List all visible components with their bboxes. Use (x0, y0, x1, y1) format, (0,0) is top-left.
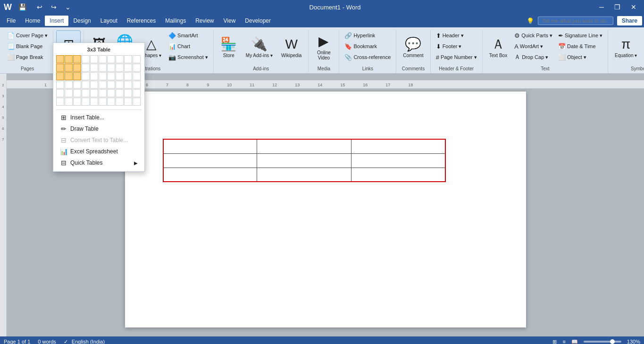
grid-cell[interactable] (65, 72, 73, 80)
grid-cell[interactable] (124, 64, 132, 72)
grid-cell[interactable] (133, 55, 141, 63)
grid-cell[interactable] (116, 55, 124, 63)
grid-cell[interactable] (73, 81, 81, 89)
menu-layout[interactable]: Layout (96, 16, 122, 26)
grid-cell[interactable] (99, 98, 107, 106)
comment-button[interactable]: 💬 Comment (399, 30, 427, 65)
grid-cell[interactable] (73, 55, 81, 63)
grid-cell[interactable] (107, 55, 115, 63)
grid-cell[interactable] (82, 64, 90, 72)
store-button[interactable]: 🏪 Store (217, 30, 241, 65)
table-cell[interactable] (351, 139, 445, 153)
proofing-icon[interactable]: ✓ (64, 339, 68, 344)
menu-insert[interactable]: Insert (45, 16, 68, 26)
menu-review[interactable]: Review (191, 16, 218, 26)
equation-button[interactable]: π Equation ▾ (611, 30, 641, 65)
cross-reference-button[interactable]: 📎 Cross-reference (342, 52, 393, 62)
bookmark-button[interactable]: 🔖 Bookmark (342, 41, 393, 51)
grid-cell[interactable] (65, 98, 73, 106)
grid-cell[interactable] (116, 81, 124, 89)
grid-cell[interactable] (116, 98, 124, 106)
grid-cell[interactable] (73, 64, 81, 72)
grid-cell[interactable] (133, 72, 141, 80)
table-cell[interactable] (351, 153, 445, 168)
blank-page-button[interactable]: 📃 Blank Page (5, 41, 50, 51)
menu-design[interactable]: Design (68, 16, 95, 26)
grid-cell[interactable] (90, 89, 98, 97)
insert-table-item[interactable]: ⊞ Insert Table... (56, 112, 142, 123)
quick-parts-button[interactable]: ⚙ Quick Parts ▾ (512, 30, 555, 41)
close-button[interactable]: ✕ (627, 2, 640, 12)
grid-cell[interactable] (73, 98, 81, 106)
table-cell[interactable] (257, 139, 351, 153)
grid-cell[interactable] (90, 98, 98, 106)
grid-cell[interactable] (116, 89, 124, 97)
preview-table[interactable] (163, 139, 446, 182)
menu-mailings[interactable]: Mailings (160, 16, 191, 26)
page-number-button[interactable]: # Page Number ▾ (434, 52, 479, 62)
object-button[interactable]: ⬜ Object ▾ (556, 52, 605, 62)
menu-developer[interactable]: Developer (240, 16, 276, 26)
grid-cell[interactable] (133, 89, 141, 97)
grid-cell[interactable] (116, 72, 124, 80)
grid-cell[interactable] (99, 64, 107, 72)
table-cell[interactable] (163, 153, 257, 168)
grid-cell[interactable] (82, 81, 90, 89)
online-video-button[interactable]: ▶ OnlineVideo (311, 30, 336, 65)
menu-home[interactable]: Home (20, 16, 45, 26)
table-cell-grid[interactable] (56, 55, 142, 106)
signature-line-button[interactable]: ✒ Signature Line ▾ (556, 30, 605, 41)
menu-references[interactable]: References (122, 16, 160, 26)
save-button[interactable]: 💾 (15, 2, 30, 12)
grid-cell[interactable] (56, 98, 64, 106)
grid-cell[interactable] (82, 98, 90, 106)
footer-button[interactable]: ⬇ Footer ▾ (434, 41, 479, 51)
undo-button[interactable]: ↩ (33, 2, 46, 12)
minimize-button[interactable]: ─ (595, 2, 608, 12)
customize-qat-button[interactable]: ⌄ (61, 2, 75, 12)
grid-cell[interactable] (107, 72, 115, 80)
tell-me-search[interactable] (538, 17, 613, 25)
table-cell[interactable] (257, 168, 351, 182)
grid-cell[interactable] (56, 55, 64, 63)
grid-cell[interactable] (99, 89, 107, 97)
grid-cell[interactable] (107, 98, 115, 106)
wordart-button[interactable]: A WordArt ▾ (512, 41, 555, 51)
grid-cell[interactable] (73, 89, 81, 97)
grid-cell[interactable] (99, 81, 107, 89)
grid-cell[interactable] (124, 89, 132, 97)
symbol-button[interactable]: Ω Symbol ▾ (642, 30, 644, 65)
document-page[interactable] (125, 92, 526, 327)
grid-cell[interactable] (107, 64, 115, 72)
draw-table-item[interactable]: ✏ Draw Table (56, 123, 142, 134)
grid-cell[interactable] (90, 72, 98, 80)
grid-cell[interactable] (82, 72, 90, 80)
share-button[interactable]: Share (617, 16, 642, 25)
grid-cell[interactable] (82, 55, 90, 63)
grid-cell[interactable] (133, 81, 141, 89)
grid-cell[interactable] (99, 55, 107, 63)
layout-print-icon[interactable]: ⊞ (552, 339, 557, 344)
text-box-button[interactable]: Ａ Text Box (485, 30, 511, 65)
my-addins-button[interactable]: 🔌 My Add-ins ▾ (242, 30, 276, 65)
table-cell[interactable] (351, 168, 445, 182)
quick-tables-item[interactable]: ⊟ Quick Tables ▶ (56, 157, 142, 168)
grid-cell[interactable] (133, 98, 141, 106)
restore-button[interactable]: ❐ (611, 2, 624, 12)
date-time-button[interactable]: 📅 Date & Time (556, 41, 605, 51)
grid-cell[interactable] (124, 55, 132, 63)
grid-cell[interactable] (90, 55, 98, 63)
grid-cell[interactable] (56, 64, 64, 72)
screenshot-button[interactable]: 📷 Screenshot ▾ (166, 52, 210, 62)
grid-cell[interactable] (124, 98, 132, 106)
hyperlink-button[interactable]: 🔗 Hyperlink (342, 30, 393, 41)
smartart-button[interactable]: 🔷 SmartArt (166, 30, 210, 41)
table-cell[interactable] (257, 153, 351, 168)
grid-cell[interactable] (133, 64, 141, 72)
grid-cell[interactable] (90, 81, 98, 89)
grid-cell[interactable] (56, 72, 64, 80)
redo-button[interactable]: ↪ (47, 2, 60, 12)
grid-cell[interactable] (124, 72, 132, 80)
grid-cell[interactable] (65, 89, 73, 97)
grid-cell[interactable] (56, 81, 64, 89)
